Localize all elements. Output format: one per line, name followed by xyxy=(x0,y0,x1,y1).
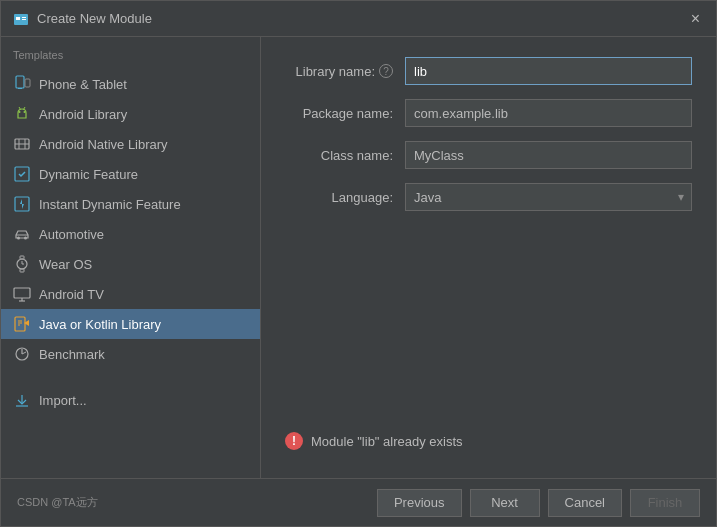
svg-rect-28 xyxy=(15,317,25,331)
library-name-help-icon[interactable]: ? xyxy=(379,64,393,78)
svg-rect-5 xyxy=(18,88,22,89)
sidebar-item-android-library[interactable]: Android Library xyxy=(1,99,260,129)
sidebar-item-wear-os-label: Wear OS xyxy=(39,257,92,272)
class-name-row: Class name: xyxy=(285,141,692,169)
sidebar-item-instant-dynamic-label: Instant Dynamic Feature xyxy=(39,197,181,212)
sidebar-item-import[interactable]: Import... xyxy=(1,385,260,415)
dialog-icon xyxy=(13,11,29,27)
sidebar-item-automotive[interactable]: Automotive xyxy=(1,219,260,249)
class-name-input[interactable] xyxy=(405,141,692,169)
sidebar-header: Templates xyxy=(1,45,260,69)
sidebar-item-instant-dynamic[interactable]: Instant Dynamic Feature xyxy=(1,189,260,219)
svg-point-8 xyxy=(24,111,26,113)
sidebar-import-label: Import... xyxy=(39,393,87,408)
svg-rect-22 xyxy=(20,269,24,272)
dynamic-feature-icon xyxy=(13,165,31,183)
error-message: Module "lib" already exists xyxy=(311,434,463,449)
svg-point-18 xyxy=(24,237,27,240)
sidebar-item-android-library-label: Android Library xyxy=(39,107,127,122)
content-area: Library name: ? Package name: Class name… xyxy=(261,37,716,478)
svg-rect-25 xyxy=(14,288,30,298)
footer: CSDN @TA远方 Previous Next Cancel Finish xyxy=(1,478,716,526)
finish-button[interactable]: Finish xyxy=(630,489,700,517)
phone-tablet-icon xyxy=(13,75,31,93)
sidebar: Templates Phone & Tablet xyxy=(1,37,261,478)
package-name-input[interactable] xyxy=(405,99,692,127)
language-row: Language: Java Kotlin ▾ xyxy=(285,183,692,211)
class-name-label: Class name: xyxy=(285,148,405,163)
svg-rect-2 xyxy=(22,17,26,18)
android-tv-icon xyxy=(13,285,31,303)
language-label: Language: xyxy=(285,190,405,205)
dialog: Create New Module × Templates Phone & Ta… xyxy=(0,0,717,527)
svg-rect-6 xyxy=(25,79,30,87)
svg-rect-21 xyxy=(20,256,24,259)
android-native-icon xyxy=(13,135,31,153)
wear-os-icon xyxy=(13,255,31,273)
title-bar-left: Create New Module xyxy=(13,11,152,27)
sidebar-item-dynamic-feature-label: Dynamic Feature xyxy=(39,167,138,182)
library-name-row: Library name: ? xyxy=(285,57,692,85)
title-bar: Create New Module × xyxy=(1,1,716,37)
sidebar-item-phone-tablet[interactable]: Phone & Tablet xyxy=(1,69,260,99)
automotive-icon xyxy=(13,225,31,243)
main-content: Templates Phone & Tablet xyxy=(1,37,716,478)
sidebar-item-java-kotlin[interactable]: Java or Kotlin Library xyxy=(1,309,260,339)
previous-button[interactable]: Previous xyxy=(377,489,462,517)
language-select[interactable]: Java Kotlin xyxy=(405,183,692,211)
sidebar-item-android-native-label: Android Native Library xyxy=(39,137,168,152)
sidebar-item-dynamic-feature[interactable]: Dynamic Feature xyxy=(1,159,260,189)
sidebar-item-android-tv[interactable]: Android TV xyxy=(1,279,260,309)
library-name-input[interactable] xyxy=(405,57,692,85)
svg-point-7 xyxy=(19,111,21,113)
error-bar: ! Module "lib" already exists xyxy=(285,424,692,458)
library-name-label: Library name: ? xyxy=(285,64,405,79)
svg-rect-4 xyxy=(16,76,24,88)
instant-dynamic-icon xyxy=(13,195,31,213)
close-button[interactable]: × xyxy=(687,9,704,29)
sidebar-item-java-kotlin-label: Java or Kotlin Library xyxy=(39,317,161,332)
next-button[interactable]: Next xyxy=(470,489,540,517)
language-select-wrapper: Java Kotlin ▾ xyxy=(405,183,692,211)
watermark: CSDN @TA远方 xyxy=(17,495,98,510)
java-kotlin-icon xyxy=(13,315,31,333)
error-icon: ! xyxy=(285,432,303,450)
sidebar-item-android-native[interactable]: Android Native Library xyxy=(1,129,260,159)
sidebar-item-automotive-label: Automotive xyxy=(39,227,104,242)
sidebar-item-benchmark-label: Benchmark xyxy=(39,347,105,362)
import-icon xyxy=(13,391,31,409)
svg-rect-1 xyxy=(16,17,20,20)
sidebar-item-android-tv-label: Android TV xyxy=(39,287,104,302)
dialog-title: Create New Module xyxy=(37,11,152,26)
cancel-button[interactable]: Cancel xyxy=(548,489,622,517)
package-name-row: Package name: xyxy=(285,99,692,127)
svg-point-17 xyxy=(17,237,20,240)
android-library-icon xyxy=(13,105,31,123)
package-name-label: Package name: xyxy=(285,106,405,121)
sidebar-item-benchmark[interactable]: Benchmark xyxy=(1,339,260,369)
benchmark-icon xyxy=(13,345,31,363)
sidebar-item-wear-os[interactable]: Wear OS xyxy=(1,249,260,279)
svg-rect-3 xyxy=(22,19,26,20)
sidebar-item-phone-tablet-label: Phone & Tablet xyxy=(39,77,127,92)
